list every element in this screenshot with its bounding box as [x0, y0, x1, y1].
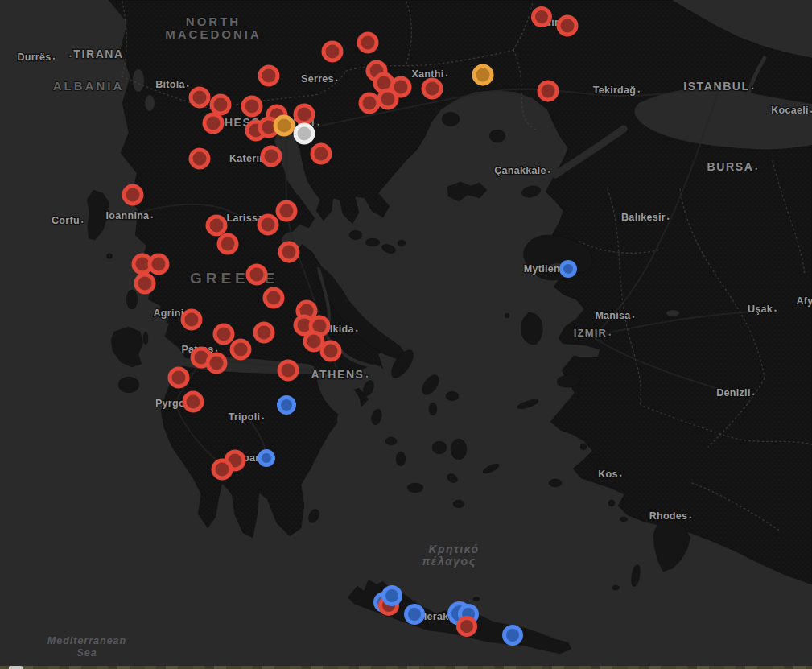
island-lefkada — [126, 290, 138, 309]
map-label-kocaeli: Kocaeli ▪ — [771, 105, 812, 116]
map-marker-white[interactable] — [295, 125, 313, 142]
map-marker-red[interactable] — [359, 34, 377, 52]
island-naxos — [451, 439, 467, 460]
map-marker-red[interactable] — [243, 97, 261, 115]
map-marker-red[interactable] — [219, 235, 237, 253]
map-marker-red[interactable] — [184, 393, 202, 411]
map-marker-red[interactable] — [208, 354, 225, 372]
map-label-bursa: BURSA ▪ — [707, 160, 758, 173]
map-label-i-zmi-r: İZMİR ▪ — [574, 327, 612, 339]
island-serifos — [385, 437, 397, 445]
map-label-sea: Sea — [76, 647, 97, 659]
lake-marmara-tr — [666, 310, 679, 316]
map-marker-red[interactable] — [191, 89, 208, 106]
map-marker-blue[interactable] — [384, 588, 401, 605]
map-marker-red[interactable] — [459, 618, 476, 635]
map-marker-red[interactable] — [265, 289, 282, 307]
map-marker-red[interactable] — [191, 150, 208, 167]
island-dia — [473, 597, 480, 601]
map-marker-red[interactable] — [322, 342, 340, 360]
map-label-manisa: Manisa ▪ — [595, 310, 634, 321]
map-marker-orange[interactable] — [474, 66, 492, 84]
map-label--anakkale: Çanakkale ▪ — [494, 165, 550, 176]
island-mykonos — [446, 391, 459, 401]
island-psara — [505, 313, 509, 318]
map-label-athens: ATHENS ▪ — [311, 368, 368, 381]
map-canvas[interactable]: NORTHMACEDONIAALBANIAGREECE▪ TIRANATHESS… — [0, 0, 812, 669]
island-patmos — [580, 444, 587, 450]
map-marker-red[interactable] — [150, 255, 167, 273]
map-marker-red[interactable] — [212, 96, 229, 114]
map-marker-red[interactable] — [204, 114, 222, 132]
island-samothrace — [489, 130, 505, 142]
map-marker-blue[interactable] — [279, 398, 295, 413]
island-kasos — [612, 585, 620, 590]
map-marker-red[interactable] — [278, 202, 295, 220]
map-label-tripoli: Tripoli ▪ — [229, 411, 265, 423]
island-symi — [641, 512, 647, 518]
map-marker-blue[interactable] — [260, 452, 274, 465]
lake-prespa — [145, 95, 155, 111]
map-marker-orange[interactable] — [275, 117, 293, 134]
map-label-albania: ALBANIA — [53, 79, 125, 93]
map-label-istanbul: ISTANBUL ▪ — [683, 80, 754, 93]
map-label-tekirda-: Tekirdağ ▪ — [593, 85, 641, 96]
map-label-macedonia: MACEDONIA — [165, 27, 262, 41]
island-syros — [429, 403, 437, 415]
map-marker-red[interactable] — [260, 67, 278, 85]
map-marker-red[interactable] — [534, 9, 550, 26]
map-marker-red[interactable] — [305, 332, 323, 350]
map-label-bal-kesir: Balıkesir ▪ — [621, 212, 670, 223]
map-marker-red[interactable] — [324, 43, 341, 60]
map-marker-red[interactable] — [279, 361, 297, 379]
map-marker-red[interactable] — [259, 216, 277, 233]
map-label-corfu: Corfu ▪ — [52, 215, 84, 226]
map-marker-blue[interactable] — [505, 627, 521, 644]
map-marker-red[interactable] — [539, 82, 557, 100]
map-label-mediterranean: Mediterranean — [47, 635, 126, 646]
map-label-πέλαγος: πέλαγος — [422, 555, 476, 568]
island-skiathos — [349, 230, 362, 240]
map-marker-red[interactable] — [213, 460, 231, 478]
island-nisyros — [608, 500, 615, 506]
attribution-strip — [0, 666, 812, 669]
map-marker-red[interactable] — [183, 311, 200, 328]
island-ithaca — [143, 332, 148, 345]
map-marker-red[interactable] — [559, 17, 576, 35]
island-paxos — [107, 254, 113, 259]
map-label-ioannina: Ioannina ▪ — [106, 210, 154, 221]
map-marker-blue[interactable] — [406, 606, 423, 623]
map-label-afyo: Afyo — [797, 295, 812, 307]
island-zakynthos — [118, 377, 139, 393]
google-logo-sliver — [9, 666, 23, 669]
island-leros — [591, 454, 600, 460]
map-label-north: NORTH — [186, 14, 241, 28]
map-marker-red[interactable] — [215, 325, 233, 343]
map-marker-red[interactable] — [312, 145, 330, 163]
map-marker-red[interactable] — [361, 94, 378, 112]
map-label-κρητικό: Κρητικό — [428, 543, 479, 555]
island-sporades-small — [398, 240, 406, 246]
map-marker-red[interactable] — [255, 324, 273, 341]
map-label-u-ak: Uşak ▪ — [748, 304, 777, 315]
map-label-rhodes: Rhodes ▪ — [649, 510, 692, 522]
map-marker-red[interactable] — [262, 147, 280, 165]
map-marker-red[interactable] — [124, 186, 142, 204]
map-marker-blue[interactable] — [562, 262, 575, 276]
island-santorini — [453, 500, 464, 508]
map-marker-red[interactable] — [232, 341, 249, 358]
island-tilos — [620, 517, 628, 522]
map-marker-red[interactable] — [295, 105, 313, 123]
map-label-tirana: ▪ TIRANA — [69, 47, 124, 60]
map-marker-red[interactable] — [248, 266, 266, 283]
lake-ohrid — [133, 69, 144, 92]
map-marker-red[interactable] — [170, 369, 188, 386]
map-marker-red[interactable] — [208, 217, 225, 234]
map-marker-red[interactable] — [280, 243, 298, 261]
island-paros — [432, 441, 447, 454]
map-marker-red[interactable] — [379, 90, 397, 108]
island-milos — [407, 483, 423, 493]
map-label-serres: Serres ▪ — [301, 73, 338, 85]
map-marker-red[interactable] — [423, 80, 441, 97]
map-marker-red[interactable] — [136, 275, 154, 292]
